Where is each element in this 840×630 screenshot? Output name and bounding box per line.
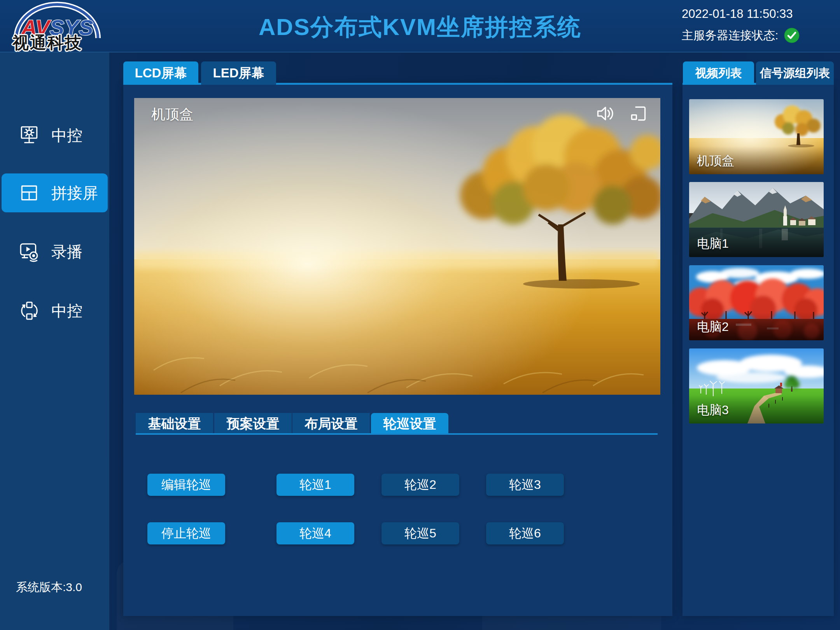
patrol-1-button[interactable]: 轮巡1 [276, 474, 354, 496]
tab-label: 布局设置 [305, 415, 358, 433]
video-list-item-settop-box[interactable]: 机顶盒 [689, 99, 824, 174]
button-label: 轮巡4 [299, 525, 331, 542]
record-camera-icon [19, 241, 40, 262]
button-label: 轮巡2 [404, 476, 436, 494]
button-label: 轮巡6 [509, 525, 541, 542]
tab-label: 视频列表 [695, 65, 742, 81]
tab-layout-settings[interactable]: 布局设置 [292, 413, 370, 435]
sidebar-item-label: 拼接屏 [51, 182, 98, 204]
header-status-block: 2022-01-18 11:50:33 主服务器连接状态: [682, 7, 800, 44]
system-version-text: 系统版本:3.0 [16, 579, 82, 595]
tab-video-list[interactable]: 视频列表 [683, 61, 754, 85]
tab-preset-settings[interactable]: 预案设置 [214, 413, 292, 435]
video-list-item-pc3[interactable]: 电脑3 [689, 348, 824, 424]
sync-icon [19, 300, 40, 321]
settings-tabs-underline [136, 433, 658, 435]
button-label: 轮巡5 [404, 525, 436, 542]
split-screen-icon [19, 182, 40, 203]
patrol-4-button[interactable]: 轮巡4 [276, 522, 354, 544]
tab-label: LED屏幕 [213, 65, 264, 82]
preview-source-label: 机顶盒 [151, 105, 193, 124]
tab-lcd-screen[interactable]: LCD屏幕 [123, 61, 198, 85]
page-title: ADS分布式KVM坐席拼控系统 [259, 12, 581, 43]
patrol-2-button[interactable]: 轮巡2 [382, 474, 459, 496]
video-list-item-label: 电脑2 [697, 318, 729, 336]
video-list-item-pc2[interactable]: 电脑2 [689, 265, 824, 340]
sidebar-item-label: 录播 [51, 241, 82, 262]
tab-signal-source-group-list[interactable]: 信号源组列表 [756, 61, 834, 85]
sidebar-item-central-control[interactable]: 中控 [2, 116, 108, 155]
patrol-3-button[interactable]: 轮巡3 [486, 474, 564, 496]
sidebar-item-label: 中控 [51, 300, 82, 322]
tab-led-screen[interactable]: LED屏幕 [201, 61, 276, 85]
video-list-item-label: 机顶盒 [697, 152, 734, 170]
pip-expand-icon[interactable] [629, 104, 648, 123]
tab-patrol-settings[interactable]: 轮巡设置 [371, 413, 448, 435]
golden-field-image [134, 98, 660, 395]
company-name: 视通科技 [12, 32, 82, 54]
sidebar-item-label: 中控 [51, 125, 82, 146]
patrol-5-button[interactable]: 轮巡5 [382, 522, 459, 544]
tab-label: 基础设置 [148, 415, 201, 433]
video-list-item-label: 电脑3 [697, 402, 729, 419]
tab-label: 轮巡设置 [383, 415, 436, 433]
server-status-label: 主服务器连接状态: [682, 28, 778, 44]
button-label: 轮巡3 [509, 476, 541, 494]
tab-label: 预案设置 [227, 415, 280, 433]
monitor-gear-icon [19, 125, 40, 146]
edit-patrol-button[interactable]: 编辑轮巡 [147, 474, 225, 496]
tab-label: LCD屏幕 [135, 65, 187, 82]
stop-patrol-button[interactable]: 停止轮巡 [147, 522, 225, 544]
datetime-text: 2022-01-18 11:50:33 [682, 7, 800, 21]
button-label: 停止轮巡 [161, 525, 211, 542]
video-list-item-pc1[interactable]: 电脑1 [689, 182, 824, 257]
button-label: 轮巡1 [299, 476, 331, 494]
video-list-item-label: 电脑1 [697, 235, 729, 252]
tab-basic-settings[interactable]: 基础设置 [136, 413, 213, 435]
video-preview[interactable]: 机顶盒 [134, 98, 660, 395]
sidebar-nav: 中控 拼接屏 录播 中控 系统版本:3.0 [0, 52, 109, 630]
button-label: 编辑轮巡 [161, 476, 211, 494]
volume-icon[interactable] [595, 104, 614, 123]
kvm-console-page: { "header": { "logo": { "brand_av": "AV"… [0, 0, 840, 630]
status-ok-check-icon [784, 27, 800, 44]
sidebar-item-central-control-2[interactable]: 中控 [2, 291, 108, 330]
sidebar-item-video-wall[interactable]: 拼接屏 [2, 173, 108, 212]
tab-label: 信号源组列表 [760, 65, 830, 81]
sidebar-item-recording[interactable]: 录播 [2, 232, 108, 271]
patrol-6-button[interactable]: 轮巡6 [486, 522, 564, 544]
header-bar: AVSYS 视通科技 ADS分布式KVM坐席拼控系统 2022-01-18 11… [0, 0, 840, 52]
